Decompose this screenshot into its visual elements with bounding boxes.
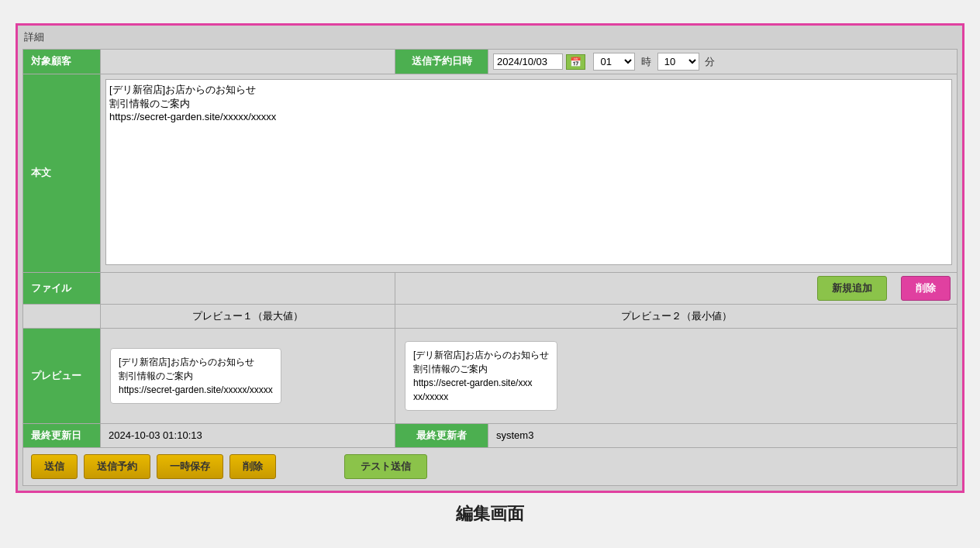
- last-update-label: 最終更新日: [23, 423, 101, 447]
- panel-title: 詳細: [22, 30, 958, 44]
- file-label: ファイル: [23, 272, 101, 304]
- send-button[interactable]: 送信: [31, 454, 78, 479]
- preview1-box: [デリ新宿店]お店からのお知らせ割引情報のご案内https://secret-g…: [110, 348, 281, 404]
- schedule-button[interactable]: 送信予約: [84, 454, 150, 479]
- preview2-box: [デリ新宿店]お店からのお知らせ割引情報のご案内https://secret-g…: [405, 341, 557, 411]
- last-update-value: 2024-10-03 01:10:13: [101, 423, 395, 447]
- main-panel: 詳細 対象顧客 送信予約日時 📅 01 020304 050607 080910: [16, 23, 964, 493]
- file-value: [101, 272, 395, 304]
- file-row: ファイル 新規追加 削除: [23, 272, 958, 304]
- preview2-text: [デリ新宿店]お店からのお知らせ割引情報のご案内https://secret-g…: [413, 350, 549, 402]
- save-button[interactable]: 一時保存: [157, 454, 223, 479]
- hour-unit: 時: [641, 56, 651, 67]
- date-input[interactable]: [493, 53, 563, 70]
- body-value-cell: [デリ新宿店]お店からのお知らせ 割引情報のご案内 https://secret…: [101, 74, 958, 272]
- test-send-button[interactable]: テスト送信: [344, 454, 427, 479]
- add-new-button[interactable]: 新規追加: [817, 276, 887, 301]
- page-footer-title: 編集画面: [456, 502, 524, 526]
- preview2-header: プレビュー２（最小値）: [395, 304, 958, 328]
- body-row: 本文 [デリ新宿店]お店からのお知らせ 割引情報のご案内 https://sec…: [23, 74, 958, 272]
- bottom-info-row: 最終更新日 2024-10-03 01:10:13 最終更新者 system3: [23, 423, 958, 447]
- send-schedule-value: 📅 01 020304 050607 080910 111213 141516 …: [488, 49, 958, 74]
- send-schedule-label: 送信予約日時: [395, 49, 488, 74]
- delete-file-button[interactable]: 削除: [901, 276, 951, 301]
- minute-select[interactable]: 0005 10 152025 303540 455055: [657, 53, 699, 71]
- preview-header-row: プレビュー１（最大値） プレビュー２（最小値）: [23, 304, 958, 328]
- delete-button[interactable]: 削除: [229, 454, 276, 479]
- preview-content-row: プレビュー [デリ新宿店]お店からのお知らせ割引情報のご案内https://se…: [23, 328, 958, 423]
- last-updater-value: system3: [488, 423, 958, 447]
- header-row: 対象顧客 送信予約日時 📅 01 020304 050607 080910 11…: [23, 49, 958, 74]
- preview-label: プレビュー: [23, 328, 101, 423]
- preview1-content: [デリ新宿店]お店からのお知らせ割引情報のご案内https://secret-g…: [101, 328, 395, 423]
- body-label: 本文: [23, 74, 101, 272]
- action-bar: 送信 送信予約 一時保存 削除 テスト送信: [22, 448, 958, 486]
- file-buttons-cell: 新規追加 削除: [395, 272, 958, 304]
- hour-select[interactable]: 01 020304 050607 080910 111213 141516 17…: [593, 53, 635, 71]
- last-updater-label: 最終更新者: [395, 423, 488, 447]
- calendar-button[interactable]: 📅: [566, 54, 585, 70]
- form-table: 対象顧客 送信予約日時 📅 01 020304 050607 080910 11…: [22, 49, 958, 448]
- preview2-content: [デリ新宿店]お店からのお知らせ割引情報のご案内https://secret-g…: [395, 328, 958, 423]
- preview1-text: [デリ新宿店]お店からのお知らせ割引情報のご案内https://secret-g…: [119, 357, 273, 395]
- target-customer-label: 対象顧客: [23, 49, 101, 74]
- body-textarea[interactable]: [デリ新宿店]お店からのお知らせ 割引情報のご案内 https://secret…: [105, 79, 952, 265]
- preview1-header: プレビュー１（最大値）: [101, 304, 395, 328]
- preview-empty-cell: [23, 304, 101, 328]
- target-customer-value: [101, 49, 395, 74]
- minute-unit: 分: [705, 56, 715, 67]
